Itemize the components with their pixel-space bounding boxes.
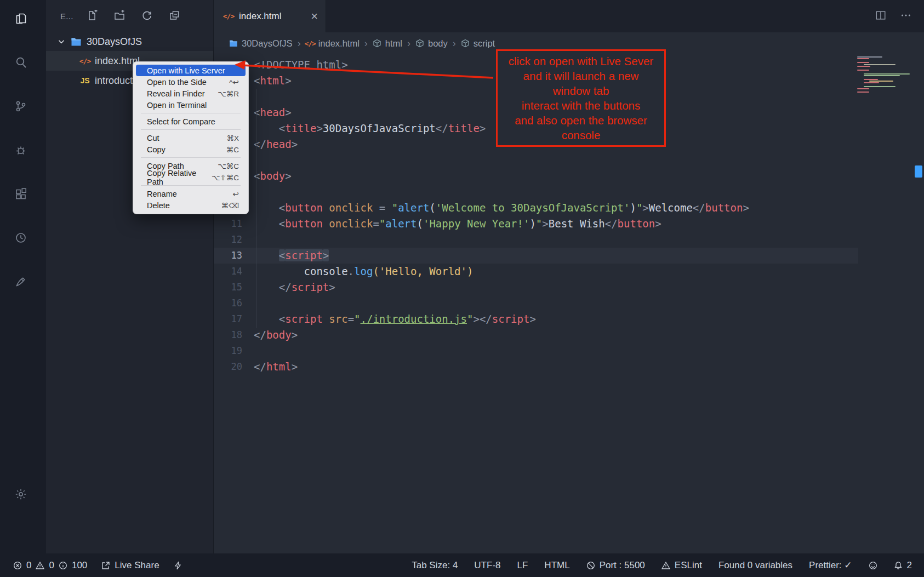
annotation-text-line: click on open with Live Sever [499,54,663,68]
status-eol[interactable]: LF [517,560,528,571]
activity-search[interactable] [14,56,32,73]
folder-row-30daysofjs[interactable]: 30DaysOfJS [46,32,213,51]
status-quick-action[interactable] [174,561,182,570]
warning-icon [36,561,44,570]
menu-item-shortcut: ⌥⌘R [218,89,239,98]
line-number[interactable]: 13 [214,248,250,264]
menu-item-open-with-live-server[interactable]: Open with Live Server [136,65,246,76]
line-number[interactable]: 15 [214,279,250,295]
status-live-share[interactable]: Live Share [101,560,159,571]
menu-item-reveal-in-finder[interactable]: Reveal in Finder⌥⌘R [136,88,246,99]
activity-feedback[interactable] [14,275,32,293]
menu-item-cut[interactable]: Cut⌘X [136,132,246,144]
breadcrumb-index-html[interactable]: </>index.html [306,38,360,49]
status-prettier[interactable]: Prettier: ✓ [809,559,852,571]
status-problems[interactable]: 00100 [13,560,87,571]
menu-item-open-to-the-side[interactable]: Open to the Side^↩ [136,76,246,88]
code-line-10[interactable]: 10 <button onclick = "alert('Welcome to … [214,200,858,216]
breadcrumb-separator: › [298,38,301,49]
code-line-16[interactable]: 16 [214,295,858,311]
menu-item-rename[interactable]: Rename↩ [136,188,246,199]
line-number[interactable]: 17 [214,311,250,327]
code-line-9[interactable]: 9 [214,184,858,200]
status-errors[interactable]: 0 [13,560,31,571]
close-icon[interactable]: × [311,10,318,22]
activity-source-control[interactable] [14,100,32,117]
menu-item-label: Open with Live Server [147,66,225,75]
minimap-line [856,56,910,58]
status-tab-size[interactable]: Tab Size: 4 [412,560,458,571]
code-text: <script src="./introduction.js"></script… [254,311,536,327]
code-line-14[interactable]: 14 console.log('Hello, World') [214,264,858,279]
code-line-15[interactable]: 15 </script> [214,279,858,295]
status-language-mode[interactable]: HTML [544,560,569,571]
status-label: Found 0 variables [718,560,792,571]
indent-guide [256,89,256,328]
status-infos[interactable]: 100 [59,560,87,571]
breadcrumb-html[interactable]: html [373,38,402,49]
status-feedback-smiley[interactable] [869,561,877,570]
code-line-7[interactable]: 7 [214,152,858,168]
status-bar-left: 00100 Live Share [13,560,182,571]
status-notifications[interactable]: 2 [894,560,912,571]
activity-run-debug[interactable] [14,144,32,161]
line-number[interactable]: 12 [214,232,250,248]
new-file-button[interactable] [87,10,98,23]
minimap-line [856,58,910,59]
activity-bar-bottom [14,488,32,505]
line-number[interactable]: 14 [214,264,250,279]
breadcrumb-body[interactable]: body [415,38,448,49]
activity-explorer[interactable] [14,12,32,30]
menu-item-label: Select for Compare [147,117,215,126]
code-line-12[interactable]: 12 [214,232,858,248]
new-folder-button[interactable] [114,10,125,23]
code-line-11[interactable]: 11 <button onclick="alert('Happy New Yea… [214,216,858,232]
minimap-line [856,67,910,68]
activity-timeline[interactable] [14,231,32,249]
folder-label: 30DaysOfJS [87,36,142,48]
more-actions-button[interactable] [900,9,912,24]
symbol-cube-icon [373,39,381,48]
menu-item-delete[interactable]: Delete⌘⌫ [136,199,246,211]
status-live-server-port[interactable]: Port : 5500 [586,560,645,571]
status-warnings[interactable]: 0 [36,560,54,571]
breadcrumb-30daysofjs[interactable]: 30DaysOfJS [229,38,293,49]
code-line-20[interactable]: 20</html> [214,359,858,375]
menu-item-copy[interactable]: Copy⌘C [136,144,246,155]
breadcrumb-separator: › [407,38,410,49]
chevron-down-icon [57,37,66,46]
menu-separator [141,113,241,113]
js-file-icon: JS [80,76,90,85]
line-number[interactable]: 11 [214,216,250,232]
status-eslint[interactable]: ESLint [661,560,702,571]
tab-index-html[interactable]: </> index.html × [214,0,326,32]
annotation-text-line: and it will launch a new [499,68,663,83]
code-line-8[interactable]: 8<body> [214,168,858,184]
line-number[interactable]: 16 [214,295,250,311]
refresh-explorer-button[interactable] [141,10,152,23]
status-encoding[interactable]: UTF-8 [474,560,500,571]
split-editor-button[interactable] [875,9,887,24]
breadcrumb-script[interactable]: script [461,38,495,49]
line-number[interactable]: 20 [214,359,250,375]
explorer-icon [14,12,27,25]
menu-item-select-for-compare[interactable]: Select for Compare [136,116,246,127]
line-number[interactable]: 19 [214,343,250,359]
code-line-18[interactable]: 18</body> [214,327,858,343]
collapse-folders-button[interactable] [169,10,180,23]
tab-label: index.html [239,11,281,22]
status-found-variables[interactable]: Found 0 variables [718,560,792,571]
collapse-all-icon [169,10,180,21]
lightning-icon [174,561,182,570]
activity-manage[interactable] [14,488,32,505]
menu-item-copy-relative-path[interactable]: Copy Relative Path⌥⇧⌘C [136,172,246,183]
code-line-19[interactable]: 19 [214,343,858,359]
error-icon [13,561,22,570]
code-line-17[interactable]: 17 <script src="./introduction.js"></scr… [214,311,858,327]
code-line-13[interactable]: 13 <script> [214,248,858,264]
activity-extensions[interactable] [14,187,32,205]
minimap[interactable] [856,56,910,94]
menu-item-open-in-terminal[interactable]: Open in Terminal [136,99,246,111]
line-number[interactable]: 18 [214,327,250,343]
code-text: </script> [254,279,335,295]
